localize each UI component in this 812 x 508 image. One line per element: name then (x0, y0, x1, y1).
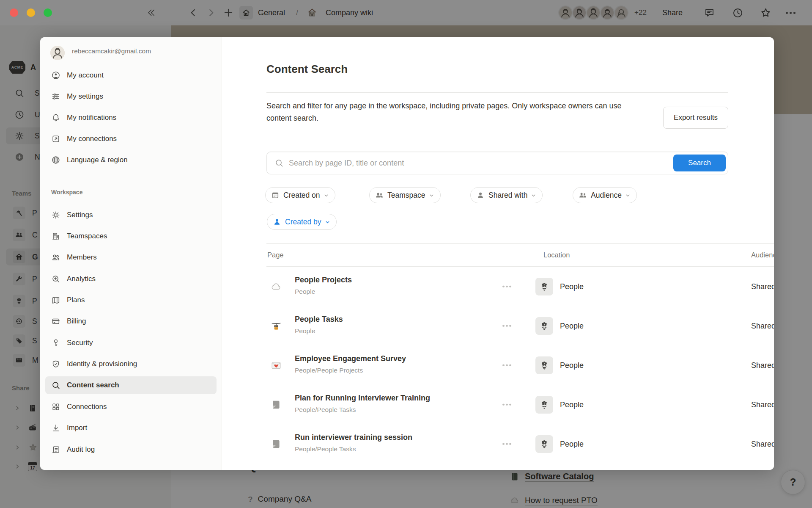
account-email: rebeccamcakir@gmail.com (72, 47, 151, 55)
table-row[interactable]: Employee Engagement Survey People/People… (222, 345, 774, 385)
account-avatar (50, 46, 65, 60)
menu-item-language-region[interactable]: Language & region (45, 151, 217, 169)
person-icon (476, 191, 485, 199)
filter-created-on[interactable]: Created on (265, 187, 335, 203)
arrow-up-right-box-icon (51, 134, 60, 144)
menu-item-my-account[interactable]: My account (45, 66, 217, 84)
building-icon (51, 232, 60, 241)
page-icon (270, 438, 283, 450)
people-teamspace-icon (535, 278, 553, 295)
content-search-bar (266, 152, 728, 174)
menu-item-settings[interactable]: Settings (45, 206, 217, 224)
filter-created-by-active[interactable]: Created by (267, 214, 337, 230)
filter-audience[interactable]: Audience (573, 187, 637, 203)
chevron-down-icon (531, 193, 536, 198)
person-icon (273, 218, 281, 226)
people-icon (579, 191, 587, 199)
menu-item-audit-log[interactable]: Audit log (45, 441, 217, 458)
menu-item-content-search[interactable]: Content search (45, 376, 217, 394)
people-icon (51, 253, 60, 262)
search-input[interactable] (289, 159, 728, 168)
page-icon (270, 398, 283, 411)
chevron-down-icon (625, 193, 631, 198)
person-circle-icon (51, 71, 60, 80)
menu-item-billing[interactable]: Billing (45, 312, 217, 330)
export-results-button[interactable]: Export results (663, 107, 728, 129)
menu-item-import[interactable]: Import (45, 419, 217, 437)
gear-icon (51, 210, 60, 220)
workspace-section-header: Workspace (51, 189, 82, 196)
import-arrow-icon (51, 423, 60, 433)
people-teamspace-icon (535, 317, 553, 335)
menu-item-my-notifications[interactable]: My notifications (45, 109, 217, 127)
search-button[interactable]: Search (673, 155, 726, 171)
table-row[interactable]: Plan for Running Interviewer Training Pe… (222, 385, 774, 424)
sliders-icon (51, 92, 60, 101)
column-header-location: Location (543, 251, 570, 259)
globe-icon (51, 155, 60, 165)
chevron-down-icon (429, 193, 434, 198)
menu-item-plans[interactable]: Plans (45, 291, 217, 309)
table-top-border (266, 243, 774, 244)
calendar-icon (271, 191, 280, 199)
close-window-button[interactable] (10, 8, 18, 17)
scroll-icon (51, 445, 60, 454)
map-icon (51, 295, 60, 305)
row-menu-button[interactable] (500, 401, 514, 408)
bell-icon (51, 113, 60, 122)
search-icon (51, 381, 60, 390)
menu-item-my-connections[interactable]: My connections (45, 130, 217, 148)
table-row[interactable]: Run interviewer training session People/… (222, 424, 774, 464)
chevron-down-icon (325, 219, 330, 225)
row-menu-button[interactable] (500, 283, 514, 290)
shield-check-icon (51, 359, 60, 369)
people-icon (375, 191, 384, 199)
filter-shared-with[interactable]: Shared with (470, 187, 543, 203)
row-menu-button[interactable] (500, 362, 514, 369)
love-letter-page-icon (270, 359, 283, 372)
page-description: Search and filter for any page in the wo… (266, 100, 639, 124)
column-header-audience: Audience (751, 251, 774, 259)
people-teamspace-icon (535, 435, 553, 453)
menu-item-connections[interactable]: Connections (45, 398, 217, 416)
search-icon (274, 158, 284, 168)
content-search-panel: Content Search Search and filter for any… (222, 37, 774, 470)
settings-menu: rebeccamcakir@gmail.com My account My se… (40, 37, 222, 470)
grid-icon (51, 402, 60, 411)
key-icon (51, 338, 60, 348)
menu-item-my-settings[interactable]: My settings (45, 88, 217, 105)
title-divider (266, 92, 728, 93)
table-row[interactable]: People Projects People People Shared (222, 267, 774, 306)
table-row[interactable]: People Tasks People People Shared (222, 306, 774, 345)
column-header-page: Page (267, 251, 284, 259)
cable-car-page-icon (270, 320, 283, 332)
minimize-window-button[interactable] (27, 8, 35, 17)
menu-item-identity-provisioning[interactable]: Identity & provisioning (45, 355, 217, 373)
settings-modal: rebeccamcakir@gmail.com My account My se… (40, 37, 774, 470)
filter-teamspace[interactable]: Teamspace (369, 187, 441, 203)
credit-card-icon (51, 317, 60, 326)
menu-item-teamspaces[interactable]: Teamspaces (45, 227, 217, 245)
row-menu-button[interactable] (500, 440, 514, 447)
zoom-window-button[interactable] (44, 8, 52, 17)
page-title: Content Search (266, 63, 348, 76)
row-menu-button[interactable] (500, 322, 514, 329)
menu-item-members[interactable]: Members (45, 248, 217, 266)
people-teamspace-icon (535, 356, 553, 374)
cloud-page-icon (270, 280, 283, 293)
app-window: General / Company wiki +22 Share ACME A (0, 0, 812, 508)
people-teamspace-icon (535, 396, 553, 414)
magnifier-plus-icon (51, 274, 60, 284)
menu-item-analytics[interactable]: Analytics (45, 270, 217, 288)
menu-item-security[interactable]: Security (45, 334, 217, 352)
chevron-down-icon (324, 193, 329, 198)
